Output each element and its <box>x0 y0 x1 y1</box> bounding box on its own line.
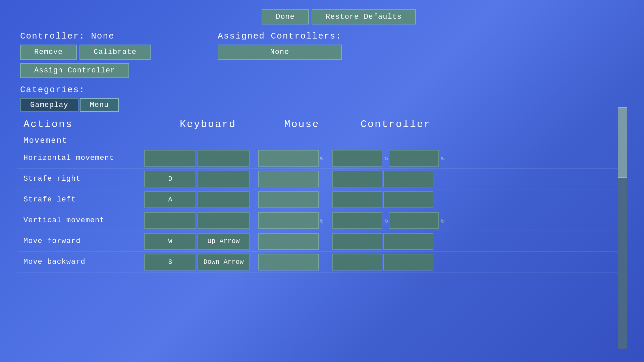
table-row: Move backward S Down Arrow <box>17 252 627 273</box>
action-move-forward: Move forward <box>17 237 144 245</box>
keyboard-key-s[interactable]: S <box>144 254 196 270</box>
mouse-strafe-right <box>258 171 332 187</box>
table-row: Horizontal movement ↻ ↻ ↻ <box>17 148 627 169</box>
keyboard-strafe-left: A <box>144 191 258 208</box>
controller-horizontal: ↻ ↻ <box>332 150 446 167</box>
refresh-icon[interactable]: ↻ <box>320 155 324 162</box>
mouse-vertical: ↻ <box>258 212 332 229</box>
remove-button[interactable]: Remove <box>20 45 77 60</box>
keyboard-key-up-arrow[interactable]: Up Arrow <box>198 233 250 250</box>
header-keyboard: Keyboard <box>151 119 265 130</box>
mouse-bind-strafe-left[interactable] <box>258 191 319 208</box>
action-strafe-left: Strafe left <box>17 195 144 204</box>
ctrl-bind-vertical-1[interactable] <box>332 212 382 229</box>
ctrl-bind-strafe-left-2[interactable] <box>383 191 433 208</box>
ctrl-bind-forward-2[interactable] <box>383 233 433 250</box>
ctrl-refresh-icon-2[interactable]: ↻ <box>441 155 445 162</box>
keyboard-vertical-1[interactable] <box>144 212 196 229</box>
keyboard-key-a[interactable]: A <box>144 191 196 208</box>
ctrl-bind-strafe-right-2[interactable] <box>383 171 433 187</box>
assigned-controllers-label: Assigned Controllers: <box>218 31 342 41</box>
controller-vertical: ↻ ↻ <box>332 212 446 229</box>
header-controller: Controller <box>339 119 453 130</box>
keyboard-vertical-2[interactable] <box>198 212 250 229</box>
controller-strafe-left <box>332 191 446 208</box>
mouse-bind-strafe-right[interactable] <box>258 171 319 187</box>
table-row: Strafe right D <box>17 169 627 189</box>
ctrl-bind-strafe-left-1[interactable] <box>332 191 382 208</box>
ctrl-bind-vertical-2[interactable] <box>389 212 439 229</box>
mouse-bind-vertical[interactable] <box>258 212 319 229</box>
keyboard-horizontal <box>144 150 258 167</box>
ctrl-bind-backward-1[interactable] <box>332 254 382 270</box>
ctrl-refresh-icon-v2[interactable]: ↻ <box>441 217 445 224</box>
controller-move-forward <box>332 233 446 250</box>
binding-table: Movement Horizontal movement ↻ ↻ ↻ Straf… <box>17 133 627 273</box>
restore-defaults-button[interactable]: Restore Defaults <box>312 9 416 24</box>
header-actions: Actions <box>23 119 151 130</box>
scrollbar-thumb[interactable] <box>618 107 627 178</box>
mouse-horizontal: ↻ <box>258 150 332 167</box>
controller-label: Controller: None <box>20 31 151 41</box>
keyboard-move-forward: W Up Arrow <box>144 233 258 250</box>
keyboard-key-d[interactable]: D <box>144 171 196 187</box>
mouse-move-backward <box>258 254 332 270</box>
table-row: Vertical movement ↻ ↻ ↻ <box>17 210 627 231</box>
header-mouse: Mouse <box>265 119 339 130</box>
action-move-backward: Move backward <box>17 258 144 266</box>
ctrl-bind-strafe-right-1[interactable] <box>332 171 382 187</box>
keyboard-key-1[interactable] <box>144 150 196 167</box>
categories-label: Categories: <box>20 85 624 95</box>
scrollbar-track <box>618 107 627 349</box>
mouse-strafe-left <box>258 191 332 208</box>
action-strafe-right: Strafe right <box>17 175 144 183</box>
ctrl-bind-2[interactable] <box>389 150 439 167</box>
section-movement: Movement <box>17 133 627 148</box>
assigned-controllers-value[interactable]: None <box>218 45 342 60</box>
keyboard-key-2[interactable] <box>198 150 250 167</box>
calibrate-button[interactable]: Calibrate <box>79 45 151 60</box>
mouse-bind-forward[interactable] <box>258 233 319 250</box>
ctrl-bind-1[interactable] <box>332 150 382 167</box>
action-vertical-movement: Vertical movement <box>17 216 144 225</box>
ctrl-bind-backward-2[interactable] <box>383 254 433 270</box>
controller-move-backward <box>332 254 446 270</box>
table-row: Strafe left A <box>17 189 627 210</box>
ctrl-bind-forward-1[interactable] <box>332 233 382 250</box>
keyboard-key-empty-2[interactable] <box>198 191 250 208</box>
done-button[interactable]: Done <box>262 9 309 24</box>
controller-strafe-right <box>332 171 446 187</box>
action-horizontal-movement: Horizontal movement <box>17 154 144 162</box>
ctrl-refresh-icon-1[interactable]: ↻ <box>384 155 388 162</box>
keyboard-move-backward: S Down Arrow <box>144 254 258 270</box>
table-row: Move forward W Up Arrow <box>17 231 627 252</box>
keyboard-key-empty[interactable] <box>198 171 250 187</box>
keyboard-key-w[interactable]: W <box>144 233 196 250</box>
mouse-bind-1[interactable] <box>258 150 319 167</box>
mouse-move-forward <box>258 233 332 250</box>
assign-controller-button[interactable]: Assign Controller <box>20 63 129 78</box>
keyboard-strafe-right: D <box>144 171 258 187</box>
keyboard-vertical <box>144 212 258 229</box>
ctrl-refresh-icon-v1[interactable]: ↻ <box>384 217 388 224</box>
tab-menu[interactable]: Menu <box>80 98 119 112</box>
keyboard-key-down-arrow[interactable]: Down Arrow <box>198 254 250 270</box>
refresh-icon-vertical[interactable]: ↻ <box>320 217 324 224</box>
mouse-bind-backward[interactable] <box>258 254 319 270</box>
tab-gameplay[interactable]: Gameplay <box>20 98 78 112</box>
